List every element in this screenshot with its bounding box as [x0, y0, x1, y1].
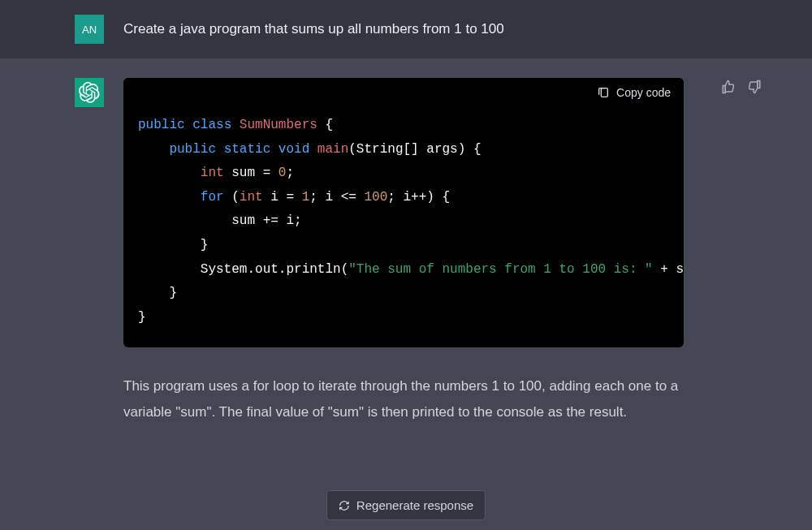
copy-code-label: Copy code: [616, 86, 671, 99]
code-block-header: Copy code: [123, 78, 684, 106]
refresh-icon: [339, 500, 350, 511]
copy-code-button[interactable]: Copy code: [597, 86, 671, 99]
user-message-row: AN Create a java program that sums up al…: [0, 0, 812, 58]
assistant-explanation: This program uses a for loop to iterate …: [123, 373, 684, 424]
feedback-actions: [719, 78, 763, 98]
code-content[interactable]: public class SumNumbers { public static …: [123, 106, 684, 347]
thumbs-up-icon: [721, 80, 736, 94]
assistant-avatar: [75, 78, 104, 107]
thumbs-up-button[interactable]: [719, 78, 737, 98]
user-avatar: AN: [75, 15, 104, 44]
user-avatar-initials: AN: [82, 24, 97, 36]
openai-logo-icon: [79, 82, 100, 103]
regenerate-response-button[interactable]: Regenerate response: [326, 490, 486, 520]
assistant-content: Copy code public class SumNumbers { publ…: [123, 78, 684, 424]
svg-rect-0: [601, 88, 607, 97]
code-block: Copy code public class SumNumbers { publ…: [123, 78, 684, 347]
thumbs-down-button[interactable]: [745, 78, 763, 98]
assistant-message-row: Copy code public class SumNumbers { publ…: [0, 58, 812, 530]
user-message-text: Create a java program that sums up all n…: [123, 15, 504, 40]
thumbs-down-icon: [747, 80, 762, 94]
regenerate-label: Regenerate response: [356, 498, 473, 512]
clipboard-icon: [597, 86, 610, 99]
